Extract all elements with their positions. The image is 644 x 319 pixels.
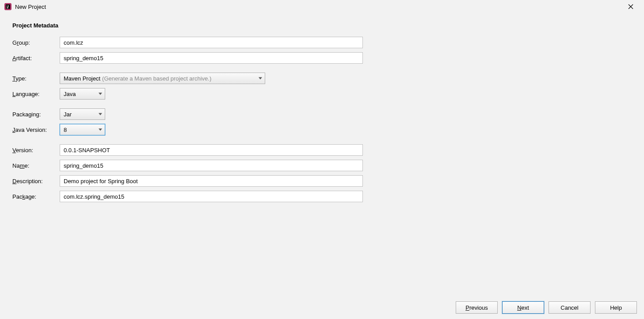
artifact-input[interactable] [60, 52, 363, 64]
type-combo-hint: (Generate a Maven based project archive.… [102, 75, 211, 82]
language-combo-value: Java [64, 91, 76, 97]
close-icon [628, 4, 633, 9]
java-version-combo-value: 8 [64, 127, 67, 133]
package-label: Package: [12, 193, 60, 200]
java-version-label: Java Version: [12, 127, 60, 133]
package-input[interactable] [60, 191, 363, 202]
name-input[interactable] [60, 160, 363, 171]
svg-rect-2 [7, 8, 8, 8]
svg-text:IJ: IJ [7, 5, 9, 8]
packaging-combo-value: Jar [64, 111, 72, 118]
group-label: Group: [12, 39, 60, 46]
close-button[interactable] [622, 1, 640, 12]
chevron-down-icon [99, 129, 102, 131]
version-input[interactable] [60, 144, 363, 156]
description-label: Description: [12, 178, 60, 184]
java-version-combo[interactable]: 8 [60, 124, 105, 135]
app-icon: IJ [4, 3, 11, 10]
content-area: Project Metadata Group: Artifact: Type: … [0, 13, 644, 215]
type-label: Type: [12, 75, 60, 82]
name-label: Name: [12, 162, 60, 169]
packaging-label: Packaging: [12, 111, 60, 118]
title-bar: IJ New Project [0, 0, 644, 13]
chevron-down-icon [99, 113, 102, 115]
group-input[interactable] [60, 37, 363, 48]
type-combo-value: Maven Project [64, 75, 100, 82]
chevron-down-icon [99, 93, 102, 95]
description-input[interactable] [60, 175, 363, 187]
section-title: Project Metadata [12, 22, 632, 29]
footer-buttons: Previous Next Cancel Help [456, 301, 637, 314]
next-button[interactable]: Next [502, 301, 544, 314]
previous-button[interactable]: Previous [456, 301, 498, 314]
help-button[interactable]: Help [595, 301, 637, 314]
type-combo[interactable]: Maven Project (Generate a Maven based pr… [60, 73, 265, 84]
language-label: Language: [12, 91, 60, 97]
window-title: New Project [15, 4, 622, 10]
packaging-combo[interactable]: Jar [60, 108, 105, 120]
version-label: Version: [12, 147, 60, 154]
chevron-down-icon [259, 77, 262, 80]
language-combo[interactable]: Java [60, 88, 105, 100]
cancel-button[interactable]: Cancel [549, 301, 591, 314]
artifact-label: Artifact: [12, 55, 60, 61]
